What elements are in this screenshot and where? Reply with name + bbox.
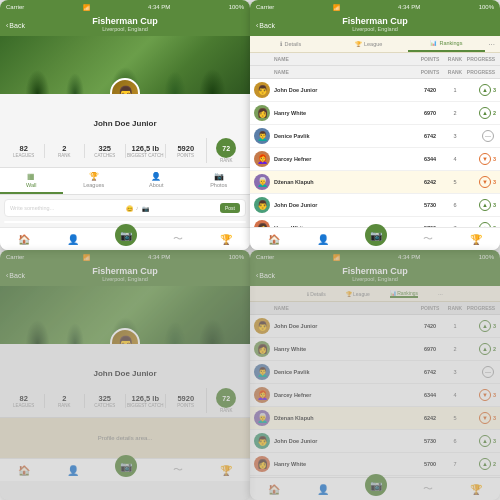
bottom-camera-r[interactable]: 📷 bbox=[365, 224, 387, 246]
rank-row-1[interactable]: 👨 John Doe Junior 7420 1 ▲ 3 bbox=[250, 79, 500, 102]
tab-leagues[interactable]: 🏆 Leagues bbox=[63, 168, 126, 194]
rank-row-5[interactable]: 👨‍🦳 Dženan Klapuh 6242 5 ▼ 3 bbox=[250, 407, 500, 430]
profile-name: John Doe Junior bbox=[93, 119, 156, 128]
tab-about[interactable]: 👤 About bbox=[125, 168, 188, 194]
col-name: NAME bbox=[254, 56, 416, 62]
rank-avatar-1: 👨 bbox=[254, 318, 270, 334]
rank-prog-4: ▼ 3 bbox=[466, 389, 496, 401]
status-bar-right: Carrier 📶 4:34 PM 100% bbox=[250, 0, 500, 14]
stat-catches-label: CATCHES bbox=[85, 153, 125, 158]
phone-right: Carrier 📶 4:34 PM 100% ‹ Back Fisherman … bbox=[250, 0, 500, 250]
rank-row-5[interactable]: 👨‍🦳 Dženan Klapuh 6242 5 ▼ 3 bbox=[250, 171, 500, 194]
post-header: 👨 John Doe Junior Yesterday bbox=[4, 221, 246, 223]
tab-details[interactable]: ℹ Details bbox=[252, 37, 330, 51]
rank-pts-5: 6242 bbox=[416, 415, 444, 421]
rank-prog-2: ▲ 2 bbox=[466, 343, 496, 355]
rank-row-4[interactable]: 👩‍🦰 Darcey Hefner 6344 4 ▼ 3 bbox=[250, 148, 500, 171]
header-bl: ‹ Back Fisherman Cup Liverpool, England bbox=[0, 264, 250, 286]
back-button-right[interactable]: ‹ Back bbox=[256, 22, 275, 29]
rank-prog-5: ▼ 3 bbox=[466, 412, 496, 424]
rank-pts-4: 6344 bbox=[416, 392, 444, 398]
rank-badge: 72 bbox=[216, 138, 236, 158]
details-icon: ℹ bbox=[280, 41, 282, 47]
col-name-h: NAME bbox=[254, 305, 416, 311]
bottom-trophy-r[interactable]: 🏆 bbox=[470, 234, 482, 245]
rank-avatar-4: 👩‍🦰 bbox=[254, 151, 270, 167]
music-icon[interactable]: ♪ bbox=[136, 205, 139, 211]
bottom-nav-left: 🏠 👤 📷 〜 🏆 bbox=[0, 227, 250, 250]
back-label: Back bbox=[9, 22, 25, 29]
bottom-wave[interactable]: 〜 bbox=[173, 232, 183, 246]
col-rank-h: RANK bbox=[444, 69, 466, 75]
prog-val-2: 2 bbox=[493, 346, 496, 352]
rank-num-3: 3 bbox=[444, 133, 466, 139]
stat-biggest-value: 126,5 lb bbox=[126, 144, 166, 153]
rankings-header-rankings-body: NAME POINTS RANK PROGRESS bbox=[250, 66, 500, 79]
bottom-trophy[interactable]: 🏆 bbox=[220, 234, 232, 245]
col-progress: PROGRESS bbox=[466, 56, 496, 62]
rank-row-2[interactable]: 👩 Hanry White 6970 2 ▲ 2 bbox=[250, 338, 500, 361]
battery-left: 100% bbox=[229, 4, 244, 10]
stat-points: 5920 POINTS bbox=[165, 144, 206, 158]
rank-row-3[interactable]: 👨‍🦱 Denice Pavlik 6742 3 — bbox=[250, 361, 500, 384]
post-button[interactable]: Post bbox=[220, 203, 240, 213]
rank-avatar-3: 👨‍🦱 bbox=[254, 128, 270, 144]
prog-circle-4: ▼ bbox=[479, 153, 491, 165]
wifi-icon: 📶 bbox=[83, 4, 90, 11]
stat-badge-item: 72 RANK bbox=[206, 138, 247, 163]
page-subtitle-right: Liverpool, England bbox=[250, 26, 500, 32]
bottom-people-r[interactable]: 👤 bbox=[317, 234, 329, 245]
rank-row-6[interactable]: 👨 John Doe Junior 5730 6 ▲ 3 bbox=[250, 194, 500, 217]
rank-num-7: 7 bbox=[444, 461, 466, 467]
stat-biggest-label: BIGGEST CATCH bbox=[126, 153, 166, 158]
back-label-r: Back bbox=[259, 22, 275, 29]
phone-bottom-left: Carrier 📶 4:34 PM 100% ‹ Back Fisherman … bbox=[0, 250, 250, 500]
header-left: ‹ Back Fisherman Cup Liverpool, England bbox=[0, 14, 250, 36]
more-dots[interactable]: ··· bbox=[485, 40, 498, 49]
stat-rank-value: 2 bbox=[45, 144, 85, 153]
emoji-icon[interactable]: 😊 bbox=[126, 205, 133, 212]
stat-points-label: POINTS bbox=[166, 153, 206, 158]
bottom-home[interactable]: 🏠 bbox=[18, 234, 30, 245]
rank-num-6: 6 bbox=[444, 438, 466, 444]
battery-right: 100% bbox=[479, 4, 494, 10]
rank-pts-2: 6970 bbox=[416, 110, 444, 116]
tab-wall[interactable]: ▦ Wall bbox=[0, 168, 63, 194]
stat-leagues: 82 LEAGUES bbox=[4, 144, 44, 158]
rank-row-6[interactable]: 👨 John Doe Junior 5730 6 ▲ 3 bbox=[250, 430, 500, 453]
wall-icon: ▦ bbox=[27, 172, 35, 181]
tab-league[interactable]: 🏆 League bbox=[330, 37, 408, 51]
rank-avatar-2: 👩 bbox=[254, 105, 270, 121]
rank-row-2[interactable]: 👩 Hanry White 6970 2 ▲ 2 bbox=[250, 102, 500, 125]
tab-photos[interactable]: 📷 Photos bbox=[188, 168, 251, 194]
col-rank: RANK bbox=[444, 56, 466, 62]
rank-row-1[interactable]: 👨 John Doe Junior 7420 1 ▲ 3 bbox=[250, 315, 500, 338]
rank-row-4[interactable]: 👩‍🦰 Darcey Hefner 6344 4 ▼ 3 bbox=[250, 384, 500, 407]
prog-val-4: 3 bbox=[493, 156, 496, 162]
nav-tabs: ▦ Wall 🏆 Leagues 👤 About 📷 Photos bbox=[0, 168, 250, 195]
phone-bottom-right: Carrier 📶 4:34 PM 100% ‹ Back Fisherman … bbox=[250, 250, 500, 500]
status-bar-left: Carrier 📶 4:34 PM 100% bbox=[0, 0, 250, 14]
profile-name-area: John Doe Junior bbox=[0, 94, 250, 134]
rank-row-7[interactable]: 👩 Hanry White 5700 7 ▲ 2 bbox=[250, 453, 500, 476]
tab-rankings[interactable]: 📊 Rankings bbox=[408, 36, 486, 52]
rank-pts-5: 6242 bbox=[416, 179, 444, 185]
bottom-home-r[interactable]: 🏠 bbox=[268, 234, 280, 245]
camera-icon[interactable]: 📷 bbox=[142, 205, 149, 212]
time-right: 4:34 PM bbox=[398, 4, 420, 10]
hero-image: 👨 bbox=[0, 36, 250, 94]
prog-val-1: 3 bbox=[493, 87, 496, 93]
rank-badge-label: RANK bbox=[207, 158, 247, 163]
rank-name-3: Denice Pavlik bbox=[274, 369, 416, 375]
rank-row-3[interactable]: 👨‍🦱 Denice Pavlik 6742 3 — bbox=[250, 125, 500, 148]
bottom-camera[interactable]: 📷 bbox=[115, 224, 137, 246]
rank-pts-4: 6344 bbox=[416, 156, 444, 162]
rank-prog-4: ▼ 3 bbox=[466, 153, 496, 165]
prog-val-5: 3 bbox=[493, 179, 496, 185]
bottom-wave-r[interactable]: 〜 bbox=[423, 232, 433, 246]
stat-points-value: 5920 bbox=[166, 144, 206, 153]
back-button-left[interactable]: ‹ Back bbox=[6, 22, 25, 29]
col-prog-h: PROGRESS bbox=[466, 305, 496, 311]
bottom-people[interactable]: 👤 bbox=[67, 234, 79, 245]
rank-num-2: 2 bbox=[444, 346, 466, 352]
